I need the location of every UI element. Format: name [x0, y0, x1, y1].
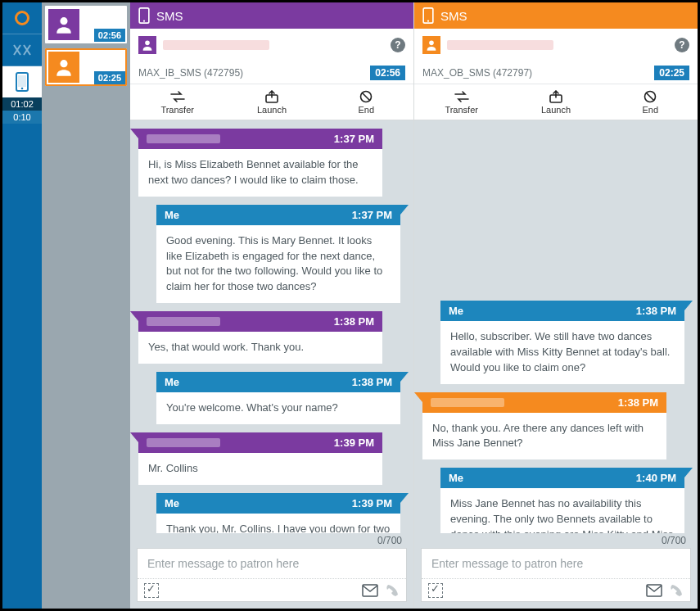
spellcheck-toggle[interactable] — [144, 583, 159, 598]
rail-timer-2: 0:10 — [2, 111, 42, 124]
skill-label: MAX_OB_SMS (472797) — [422, 67, 532, 79]
msg-header: Me1:38 PM — [156, 372, 400, 392]
chat-scroll[interactable]: Me1:38 PMHello, subscriber. We still hav… — [414, 120, 698, 533]
launch-icon — [549, 90, 563, 103]
msg-body: Good evening. This is Mary Bennet. It lo… — [156, 225, 400, 303]
panel-contact-row: ? — [130, 29, 413, 61]
transfer-button[interactable]: Transfer — [414, 84, 508, 120]
panel-title: SMS — [156, 9, 183, 23]
rail-timer-1: 01:02 — [2, 97, 42, 111]
avatar-icon — [48, 9, 79, 40]
phone-icon — [138, 7, 150, 24]
composer — [421, 548, 691, 602]
msg-body: Yes, that would work. Thank you. — [138, 332, 382, 364]
composer — [137, 548, 407, 602]
rail-channel-button[interactable] — [2, 66, 42, 97]
message-input[interactable] — [422, 549, 690, 578]
avatar-icon — [48, 52, 79, 83]
panel-contact-row: ? — [414, 29, 698, 61]
rail-status-button[interactable] — [2, 2, 42, 34]
svg-rect-1 — [18, 75, 26, 87]
svg-point-13 — [427, 20, 429, 22]
msg-body: Miss Jane Bennet has no availability thi… — [440, 488, 684, 533]
session-card-timer: 02:25 — [94, 71, 125, 84]
svg-point-4 — [60, 60, 67, 67]
end-icon — [359, 90, 373, 103]
panel-header: SMS — [130, 2, 413, 29]
end-icon — [643, 90, 657, 103]
panel-meta-row: MAX_OB_SMS (472797) 02:25 — [414, 61, 698, 84]
transfer-icon — [454, 90, 470, 103]
panel-actions: Transfer Launch End — [414, 84, 698, 120]
conversation-panel: SMS ? MAX_IB_SMS (472795) 02:56 Transfer — [130, 2, 413, 609]
contact-name-redacted — [447, 40, 553, 50]
transfer-button[interactable]: Transfer — [130, 84, 224, 120]
launch-button[interactable]: Launch — [224, 84, 318, 120]
panel-title: SMS — [440, 9, 467, 23]
call-icon[interactable] — [385, 583, 400, 598]
msg-body: Hello, subscriber. We still have two dan… — [440, 321, 684, 384]
avatar-icon — [422, 36, 440, 54]
launch-button[interactable]: Launch — [508, 84, 603, 120]
svg-point-3 — [60, 17, 67, 25]
msg-body: You're welcome. What's your name? — [156, 392, 400, 424]
elapsed-badge: 02:56 — [370, 66, 405, 80]
msg-header: Me1:38 PM — [440, 301, 684, 321]
msg-body: Thank you, Mr. Collins. I have you down … — [156, 514, 400, 533]
msg-header: Me1:39 PM — [156, 493, 400, 514]
launch-icon — [264, 90, 279, 103]
char-counter: 0/700 — [414, 533, 698, 548]
session-card-timer: 02:56 — [94, 29, 125, 42]
left-rail: 01:02 0:10 — [2, 2, 42, 609]
svg-point-7 — [145, 41, 150, 46]
panel-meta-row: MAX_IB_SMS (472795) 02:56 — [130, 61, 413, 84]
svg-line-17 — [646, 93, 654, 101]
session-card[interactable]: 02:56 — [45, 6, 127, 43]
chat-scroll[interactable]: 1:37 PMHi, is Miss Elizabeth Bennet avai… — [130, 120, 413, 533]
rail-tools-button[interactable] — [2, 34, 42, 66]
msg-body: Hi, is Miss Elizabeth Bennet available f… — [138, 149, 382, 197]
conversation-panels: SMS ? MAX_IB_SMS (472795) 02:56 Transfer — [130, 2, 698, 609]
call-icon[interactable] — [669, 583, 684, 598]
phone-icon — [16, 72, 29, 92]
conversation-panel: SMS ? MAX_OB_SMS (472797) 02:25 Transfer — [413, 2, 698, 609]
session-card[interactable]: 02:25 — [45, 48, 127, 86]
msg-header: 1:38 PM — [422, 392, 666, 413]
svg-line-10 — [362, 93, 370, 101]
help-icon[interactable]: ? — [675, 38, 689, 52]
panel-actions: Transfer Launch End — [130, 84, 413, 120]
svg-point-14 — [429, 41, 434, 46]
phone-icon — [422, 7, 434, 24]
mail-icon[interactable] — [646, 584, 662, 597]
tools-icon — [11, 43, 33, 57]
mail-icon[interactable] — [362, 584, 378, 597]
end-button[interactable]: End — [603, 84, 698, 120]
avatar-icon — [138, 36, 156, 54]
msg-header: Me1:40 PM — [440, 468, 684, 488]
msg-header: 1:39 PM — [138, 432, 382, 453]
panel-header: SMS — [414, 2, 698, 29]
msg-body: Mr. Collins — [138, 453, 382, 485]
svg-rect-11 — [363, 585, 377, 596]
msg-body: No, thank you. Are there any dances left… — [422, 413, 666, 460]
elapsed-badge: 02:25 — [654, 66, 689, 80]
skill-label: MAX_IB_SMS (472795) — [138, 67, 243, 79]
contact-name-redacted — [163, 40, 269, 50]
msg-header: 1:37 PM — [138, 129, 382, 149]
char-counter: 0/700 — [130, 533, 413, 548]
session-cards: 02:56 02:25 — [42, 2, 130, 609]
help-icon[interactable]: ? — [391, 38, 405, 52]
status-indicator-icon — [15, 11, 29, 25]
msg-header: 1:38 PM — [138, 311, 382, 332]
msg-header: Me1:37 PM — [156, 205, 400, 225]
end-button[interactable]: End — [319, 84, 413, 120]
svg-point-6 — [143, 20, 145, 22]
spellcheck-toggle[interactable] — [428, 583, 443, 598]
message-input[interactable] — [138, 549, 406, 578]
svg-point-2 — [21, 88, 24, 90]
svg-rect-18 — [647, 585, 662, 596]
transfer-icon — [169, 90, 186, 103]
